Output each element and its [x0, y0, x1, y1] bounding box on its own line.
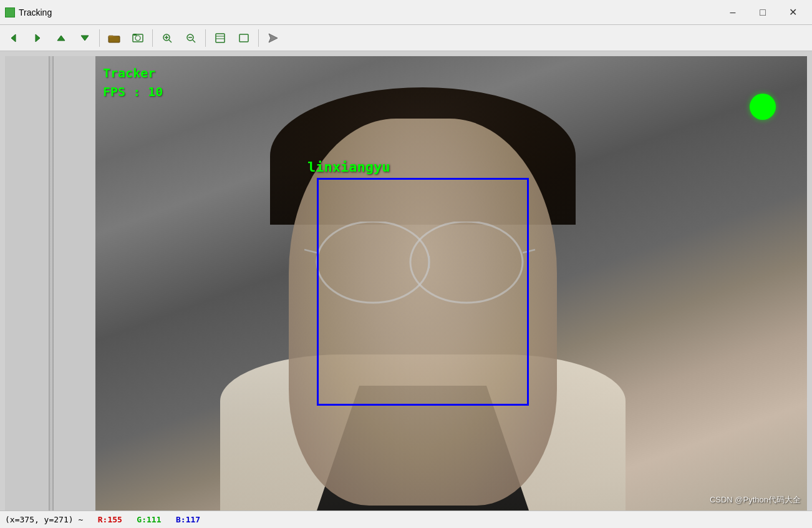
svg-line-9: [169, 40, 172, 42]
svg-rect-18: [239, 34, 248, 42]
separator-2: [152, 29, 153, 47]
status-g-value: 111: [147, 515, 161, 524]
fps-text: FPS : 10: [103, 82, 163, 101]
zoom-in-button[interactable]: [156, 27, 178, 49]
svg-line-13: [193, 40, 195, 42]
svg-rect-6: [133, 34, 137, 36]
svg-marker-2: [57, 36, 65, 41]
status-g-label: G:: [137, 515, 147, 524]
down-button[interactable]: [74, 27, 96, 49]
title-bar: Tracking – □ ✕: [0, 0, 812, 25]
watermark: CSDN @Python代码大全: [710, 494, 801, 506]
close-button[interactable]: ✕: [778, 2, 807, 22]
coords-prefix: (x=375, y=271) ~: [5, 515, 83, 524]
bookmark-button[interactable]: [209, 27, 231, 49]
face-skin: [289, 119, 557, 506]
status-b-value: 117: [186, 515, 200, 524]
toolbar: [0, 25, 812, 51]
face-background: Tracker FPS : 10 linxiangyu CSDN @Python…: [95, 56, 807, 511]
separator-3: [205, 29, 206, 47]
window-icon: [5, 7, 15, 17]
window-title: Tracking: [19, 7, 718, 17]
status-r-label: R:: [98, 515, 108, 524]
separator-1: [99, 29, 100, 47]
video-frame: Tracker FPS : 10 linxiangyu CSDN @Python…: [95, 56, 807, 511]
minimize-button[interactable]: –: [718, 2, 747, 22]
left-panel: [5, 56, 95, 511]
separator-4: [258, 29, 259, 47]
svg-marker-19: [269, 34, 278, 42]
svg-rect-15: [216, 34, 225, 42]
status-bar: (x=375, y=271) ~ R:155 G:111 B:117: [0, 511, 812, 528]
svg-point-7: [135, 36, 140, 41]
status-r-value: 155: [107, 515, 122, 524]
capture-button[interactable]: [127, 27, 149, 49]
tracker-overlay: Tracker FPS : 10: [103, 64, 163, 101]
left-pole: [49, 56, 54, 511]
green-indicator: [750, 94, 776, 120]
status-coords: (x=375, y=271) ~ R:155 G:111 B:117: [5, 515, 200, 524]
folder-button[interactable]: [103, 27, 125, 49]
main-content: Tracker FPS : 10 linxiangyu CSDN @Python…: [0, 51, 812, 511]
back-button[interactable]: [2, 27, 25, 49]
status-b-label: B:: [176, 515, 186, 524]
svg-marker-0: [11, 34, 16, 42]
title-bar-controls: – □ ✕: [718, 2, 807, 22]
zoom-out-button[interactable]: [180, 27, 202, 49]
up-button[interactable]: [50, 27, 72, 49]
tracker-text: Tracker: [103, 64, 163, 82]
svg-marker-1: [36, 34, 40, 42]
record-button[interactable]: [233, 27, 255, 49]
svg-marker-3: [81, 36, 89, 41]
forward-button[interactable]: [26, 27, 49, 49]
maximize-button[interactable]: □: [748, 2, 777, 22]
send-button[interactable]: [262, 27, 284, 49]
